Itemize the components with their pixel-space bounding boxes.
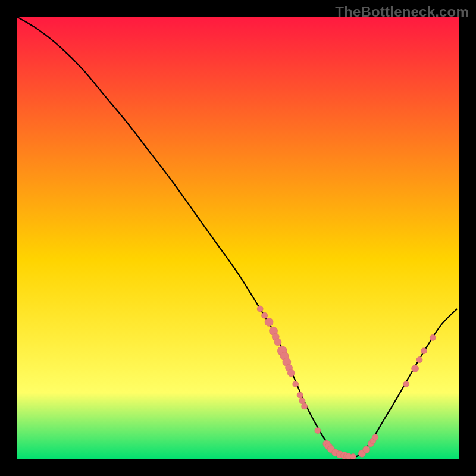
scatter-dot <box>363 446 370 453</box>
scatter-dot <box>430 334 436 340</box>
scatter-dot <box>302 403 308 409</box>
plot-area <box>17 17 459 459</box>
scatter-dot <box>297 392 303 398</box>
scatter-dot <box>315 428 321 434</box>
scatter-dot <box>421 348 427 354</box>
scatter-dot <box>274 339 281 346</box>
scatter-dot <box>412 365 419 372</box>
scatter-dot <box>293 381 299 387</box>
scatter-dot <box>299 398 305 404</box>
scatter-dot <box>287 369 295 377</box>
chart-svg <box>17 17 459 459</box>
scatter-dot <box>265 318 273 326</box>
scatter-dot <box>262 312 268 318</box>
scatter-dot <box>416 357 422 363</box>
scatter-dot <box>257 306 263 312</box>
scatter-dot <box>350 454 356 459</box>
scatter-dot <box>372 434 378 440</box>
plot-background <box>17 17 459 459</box>
scatter-dot <box>403 381 409 387</box>
chart-frame: TheBottleneck.com <box>0 0 476 476</box>
